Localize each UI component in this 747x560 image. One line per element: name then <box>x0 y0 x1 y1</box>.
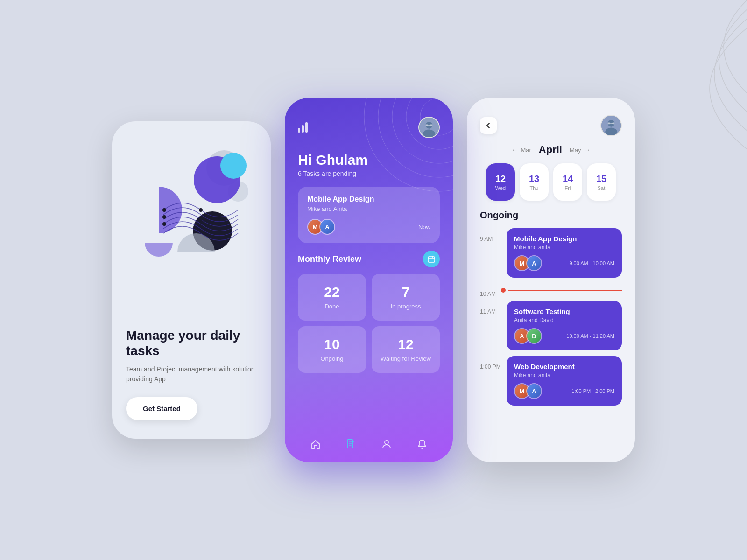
task-card-title: Mobile App Design <box>307 195 430 203</box>
task-card-subtitle: Mike and Anita <box>307 205 430 212</box>
nav-bell-icon[interactable] <box>416 439 428 453</box>
get-started-button[interactable]: Get Started <box>126 397 197 420</box>
event-time-2: 10.00 AM - 11.20 AM <box>566 333 614 339</box>
stat-waiting-number: 12 <box>379 336 432 352</box>
avatar-anita: A <box>319 219 335 235</box>
monthly-review-title: Monthly Review <box>298 254 361 264</box>
back-button[interactable] <box>480 117 497 134</box>
stat-ongoing-label: Ongoing <box>320 355 343 362</box>
phone-onboarding: Manage your daily tasks Team and Project… <box>112 121 271 439</box>
event-mobile-app-design[interactable]: Mobile App Design Mike and anita M A 9.0… <box>507 228 622 278</box>
bottom-nav <box>285 429 453 462</box>
date-14[interactable]: 14 Fri <box>553 163 582 201</box>
stat-waiting: 12 Waiting for Review <box>372 326 440 373</box>
stat-ongoing-number: 10 <box>305 336 359 352</box>
event-footer-1: M A 9.00 AM - 10.00 AM <box>514 255 614 271</box>
greeting-section: Hi Ghulam 6 Tasks are pending <box>298 152 440 177</box>
date-13[interactable]: 13 Thu <box>520 163 549 201</box>
monthly-review-section: Monthly Review 22 Done 7 I <box>298 251 440 373</box>
event-time-3: 1:00 PM - 2.00 PM <box>571 388 614 394</box>
task-time: Now <box>418 224 430 231</box>
stat-done: 22 Done <box>298 274 366 321</box>
greeting-name: Hi Ghulam <box>298 152 440 168</box>
ongoing-section: Ongoing 9 AM Mobile App Design Mike and … <box>467 210 635 462</box>
svg-rect-20 <box>430 125 432 126</box>
date-12[interactable]: 12 Wed <box>486 163 515 201</box>
svg-point-27 <box>385 441 388 444</box>
event-subtitle-1: Mike and anita <box>514 244 614 251</box>
event-avatar-anita1: A <box>526 255 542 271</box>
nav-person-icon[interactable] <box>381 439 392 453</box>
next-arrow-icon: → <box>584 146 591 154</box>
svg-rect-32 <box>612 123 614 125</box>
phone2-top-section: Hi Ghulam 6 Tasks are pending <box>285 98 453 187</box>
calendar-icon-button[interactable] <box>423 251 440 267</box>
time-10am-current: 10 AM <box>480 283 501 297</box>
onboarding-title: Manage your daily tasks <box>126 328 257 359</box>
svg-point-5 <box>220 153 247 179</box>
event-software-testing[interactable]: Software Testing Anita and David A D 10.… <box>507 301 622 350</box>
stat-done-number: 22 <box>305 284 359 300</box>
event-avatar-anita3: A <box>526 383 542 399</box>
stat-in-progress: 7 In progress <box>372 274 440 321</box>
event-avatars-1: M A <box>514 255 542 271</box>
event-title-3: Web Development <box>514 363 614 371</box>
prev-month-nav[interactable]: ← Mar <box>511 146 531 154</box>
stat-inprogress-label: In progress <box>390 303 421 310</box>
phone2-header <box>298 117 440 138</box>
prev-arrow-icon: ← <box>511 146 518 154</box>
task-card-footer: M A Now <box>307 219 430 235</box>
svg-point-18 <box>423 130 435 138</box>
current-time-line <box>508 290 622 291</box>
svg-point-9 <box>199 208 203 212</box>
next-month-nav[interactable]: May → <box>570 146 591 154</box>
time-1pm: 1:00 PM <box>480 356 501 406</box>
stat-ongoing: 10 Ongoing <box>298 326 366 373</box>
phone3-header <box>467 98 635 144</box>
phones-container: Manage your daily tasks Team and Project… <box>112 98 635 462</box>
timeline-item-11am: 11 AM Software Testing Anita and David A… <box>480 301 622 350</box>
svg-point-6 <box>162 208 166 212</box>
stat-waiting-label: Waiting for Review <box>381 355 431 362</box>
monthly-review-header: Monthly Review <box>298 251 440 267</box>
timeline-item-1pm: 1:00 PM Web Development Mike and anita M… <box>480 356 622 406</box>
ongoing-title: Ongoing <box>480 210 622 221</box>
onboarding-subtitle: Team and Project management with solutio… <box>126 364 257 384</box>
onboarding-illustration <box>131 140 252 289</box>
app-logo-icon <box>298 122 308 133</box>
date-15[interactable]: 15 Sat <box>587 163 616 201</box>
event-subtitle-2: Anita and David <box>514 317 614 323</box>
current-month: April <box>539 144 562 156</box>
event-footer-2: A D 10.00 AM - 11.20 AM <box>514 328 614 344</box>
onboarding-text: Manage your daily tasks Team and Project… <box>126 328 257 420</box>
task-card-mobile-app[interactable]: Mobile App Design Mike and Anita M A Now <box>298 187 440 243</box>
svg-point-10 <box>199 217 203 221</box>
event-title-2: Software Testing <box>514 308 614 315</box>
stat-done-label: Done <box>324 303 339 310</box>
prev-month-label: Mar <box>521 147 531 154</box>
svg-rect-19 <box>426 125 428 126</box>
event-title-1: Mobile App Design <box>514 235 614 243</box>
tasks-pending: 6 Tasks are pending <box>298 170 440 177</box>
time-11am: 11 AM <box>480 301 501 350</box>
svg-point-8 <box>162 222 166 226</box>
phone-dashboard: Hi Ghulam 6 Tasks are pending Mobile App… <box>285 98 453 462</box>
event-web-development[interactable]: Web Development Mike and anita M A 1:00 … <box>507 356 622 406</box>
user-avatar[interactable] <box>418 117 440 138</box>
stat-inprogress-number: 7 <box>379 284 432 300</box>
nav-document-icon[interactable] <box>345 439 357 453</box>
event-time-1: 9.00 AM - 10.00 AM <box>569 260 614 266</box>
event-avatar-david2: D <box>526 328 542 344</box>
nav-home-icon[interactable] <box>310 439 321 453</box>
svg-point-7 <box>162 215 166 219</box>
current-time-dot <box>501 288 506 293</box>
event-footer-3: M A 1:00 PM - 2.00 PM <box>514 383 614 399</box>
timeline-item-9am: 9 AM Mobile App Design Mike and anita M … <box>480 228 622 278</box>
event-avatars-3: M A <box>514 383 542 399</box>
svg-rect-31 <box>608 123 610 125</box>
task-avatars: M A <box>307 219 335 235</box>
time-9am: 9 AM <box>480 228 501 278</box>
svg-point-30 <box>605 128 617 136</box>
phone-calendar: ← Mar April May → 12 Wed 13 Thu 14 Fri <box>467 98 635 462</box>
calendar-user-avatar[interactable] <box>600 115 622 136</box>
